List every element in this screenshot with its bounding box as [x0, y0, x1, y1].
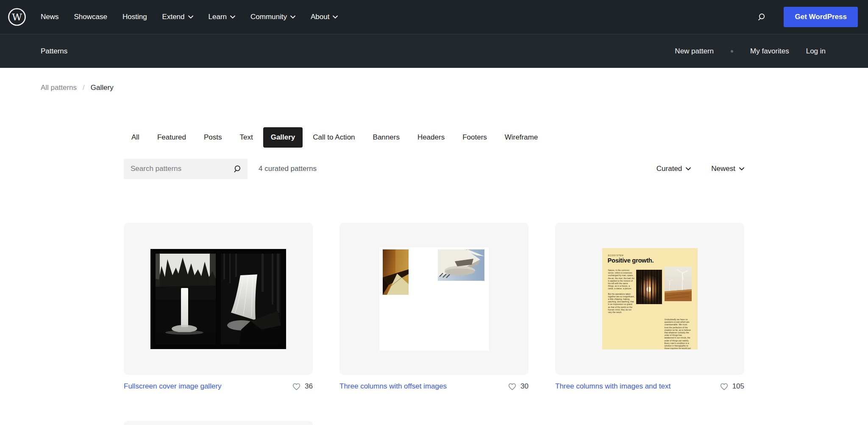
nav-item-label: Learn [209, 13, 227, 21]
forest-sunlight-image [636, 270, 662, 304]
nav-item-label: Extend [162, 13, 185, 21]
newest-dropdown-label: Newest [711, 165, 735, 173]
pattern-preview-images-and-text[interactable]: ECOSYSTEM Positive growth. Nature, in th… [555, 223, 744, 375]
like-count: 105 [732, 382, 744, 391]
breadcrumb-current: Gallery [91, 84, 114, 92]
pattern-card: ECOSYSTEM Positive growth. Nature, in th… [555, 223, 744, 391]
favorite-button[interactable]: 36 [292, 382, 313, 391]
heart-icon [508, 382, 517, 391]
breadcrumb-all-patterns[interactable]: All patterns [41, 84, 77, 92]
global-header: W News Showcase Hosting Extend Learn Com… [0, 0, 868, 34]
tab-headers[interactable]: Headers [410, 127, 452, 148]
pattern-title-link[interactable]: Three columns with offset images [339, 382, 447, 391]
tab-call-to-action[interactable]: Call to Action [305, 127, 362, 148]
like-count: 36 [305, 382, 313, 391]
nav-item-learn[interactable]: Learn [209, 13, 235, 21]
panel-paragraph: Undoubtedly we have no questions to ask … [665, 318, 692, 350]
panel-paragraph: Nature, in the common sense, refers to e… [608, 269, 635, 290]
search-box [124, 159, 248, 179]
results-count: 4 curated patterns [259, 165, 317, 173]
patterns-content: All Featured Posts Text Gallery Call to … [124, 127, 744, 425]
pattern-card: Three columns with offset images 30 [339, 223, 529, 391]
header-right: Get WordPress [757, 7, 858, 27]
offset-images-panel [379, 247, 489, 351]
newest-dropdown[interactable]: Newest [711, 165, 744, 173]
waterfall-gallery-image [150, 249, 286, 349]
white-architecture-image [438, 249, 484, 281]
pattern-preview-partial[interactable] [124, 421, 313, 425]
global-nav: News Showcase Hosting Extend Learn Commu… [41, 13, 338, 21]
panel-paragraph: But his operations taken together are so… [608, 293, 635, 314]
tab-footers[interactable]: Footers [455, 127, 495, 148]
pattern-meta: Three columns with offset images 30 [339, 382, 529, 391]
search-icon [757, 12, 767, 22]
nav-item-news[interactable]: News [41, 13, 59, 21]
new-pattern-link[interactable]: New pattern [675, 47, 714, 56]
nav-item-extend[interactable]: Extend [162, 13, 193, 21]
wordpress-logo-icon: W [8, 8, 26, 26]
amber-architecture-image [383, 249, 409, 295]
chevron-down-icon [290, 15, 295, 19]
sort-controls: Curated Newest [657, 165, 744, 173]
patterns-local-nav: Patterns New pattern My favorites Log in [0, 34, 868, 68]
nav-item-showcase[interactable]: Showcase [74, 13, 107, 21]
favorite-button[interactable]: 30 [508, 382, 529, 391]
curated-dropdown-label: Curated [657, 165, 682, 173]
pattern-meta: Fullscreen cover image gallery 36 [124, 382, 313, 391]
eyebrow-text: ECOSYSTEM [608, 254, 624, 257]
patterns-title-link[interactable]: Patterns [41, 47, 67, 56]
nav-item-hosting[interactable]: Hosting [122, 13, 147, 21]
wordpress-logo[interactable]: W [8, 8, 26, 26]
wind-turbines-image [665, 267, 692, 301]
dot-separator [731, 50, 733, 53]
tab-wireframe[interactable]: Wireframe [497, 127, 545, 148]
pattern-meta: Three columns with images and text 105 [555, 382, 744, 391]
preview-frame [339, 223, 529, 375]
search-icon[interactable] [233, 165, 242, 173]
chevron-down-icon [686, 167, 691, 171]
nav-item-label: About [311, 13, 329, 21]
tab-posts[interactable]: Posts [196, 127, 230, 148]
tab-banners[interactable]: Banners [365, 127, 407, 148]
panel-text-column: Nature, in the common sense, refers to e… [608, 269, 635, 313]
heart-icon [720, 382, 729, 391]
header-search-button[interactable] [757, 12, 767, 22]
nav-item-label: Community [250, 13, 287, 21]
tab-all[interactable]: All [124, 127, 147, 148]
tab-text[interactable]: Text [232, 127, 260, 148]
pattern-preview-offset-images[interactable] [339, 223, 529, 375]
chevron-down-icon [333, 15, 338, 19]
pattern-grid: Fullscreen cover image gallery 36 [124, 223, 744, 391]
like-count: 30 [520, 382, 529, 391]
search-input[interactable] [131, 165, 233, 173]
favorite-button[interactable]: 105 [720, 382, 744, 391]
my-favorites-link[interactable]: My favorites [750, 47, 789, 56]
positive-growth-panel: ECOSYSTEM Positive growth. Nature, in th… [602, 248, 698, 350]
tab-gallery[interactable]: Gallery [263, 127, 303, 148]
pattern-preview-fullscreen-gallery[interactable] [124, 223, 313, 375]
svg-text:W: W [12, 11, 22, 22]
local-nav-links: New pattern My favorites Log in [675, 47, 826, 56]
nav-item-community[interactable]: Community [250, 13, 295, 21]
tab-featured[interactable]: Featured [150, 127, 194, 148]
chevron-down-icon [739, 167, 744, 171]
nav-item-about[interactable]: About [311, 13, 338, 21]
preview-frame [124, 223, 313, 375]
log-in-link[interactable]: Log in [806, 47, 826, 56]
get-wordpress-button[interactable]: Get WordPress [784, 7, 858, 27]
category-tabs: All Featured Posts Text Gallery Call to … [124, 127, 744, 148]
toolbar: 4 curated patterns Curated Newest [124, 159, 744, 179]
chevron-down-icon [230, 15, 235, 19]
breadcrumb: All patterns / Gallery [0, 68, 868, 92]
pattern-title-link[interactable]: Three columns with images and text [555, 382, 670, 391]
panel-heading: Positive growth. [608, 257, 654, 264]
pattern-title-link[interactable]: Fullscreen cover image gallery [124, 382, 222, 391]
breadcrumb-separator: / [83, 84, 85, 92]
curated-dropdown[interactable]: Curated [657, 165, 691, 173]
heart-icon [292, 382, 301, 391]
pattern-card: Fullscreen cover image gallery 36 [124, 223, 313, 391]
chevron-down-icon [188, 15, 193, 19]
preview-frame: ECOSYSTEM Positive growth. Nature, in th… [555, 223, 744, 375]
